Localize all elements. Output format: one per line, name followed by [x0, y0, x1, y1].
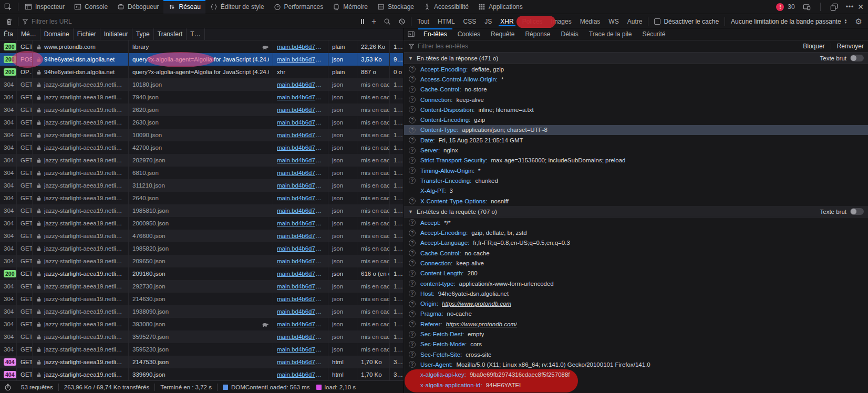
initiator-link[interactable]: main.bd4b6d75.j…: [277, 208, 324, 214]
header-help-icon[interactable]: ?: [409, 331, 416, 338]
initiator-link[interactable]: main.bd4b6d75.j…: [277, 182, 324, 189]
raw-toggle-switch[interactable]: [850, 55, 864, 61]
header-help-icon[interactable]: ?: [409, 96, 416, 103]
filter-pill[interactable]: XHR: [496, 16, 518, 27]
initiator-link[interactable]: main.bd4b6d75.j…: [277, 81, 324, 88]
details-tab[interactable]: Délais: [555, 28, 583, 40]
header-row[interactable]: ? Sec-Fetch-Site cross-site: [404, 349, 868, 359]
response-headers-section[interactable]: ▼ En-têtes de la réponse (471 o) Texte b…: [404, 53, 868, 64]
request-row[interactable]: 304 GET jazzy-starlight-aeea19.netli… 68…: [0, 167, 404, 179]
request-row[interactable]: 404 GET jazzy-starlight-aeea19.netli… 33…: [0, 368, 404, 380]
initiator-link[interactable]: main.bd4b6d75.j…: [277, 56, 324, 63]
pick-element-button[interactable]: [0, 0, 16, 14]
disable-cache-checkbox[interactable]: Désactiver le cache: [650, 18, 723, 25]
details-tab[interactable]: Requête: [485, 28, 520, 40]
details-tab[interactable]: En-têtes: [418, 28, 452, 40]
initiator-link[interactable]: main.bd4b6d75.j…: [277, 321, 324, 327]
header-row[interactable]: ? content-type application/x-www-form-ur…: [404, 278, 868, 288]
header-row[interactable]: ? Content-Disposition inline; filename=a…: [404, 105, 868, 115]
initiator-link[interactable]: main.bd4b6d75.j…: [277, 233, 324, 239]
header-row[interactable]: ? Access-Control-Allow-Origin *: [404, 74, 868, 84]
header-help-icon[interactable]: ?: [409, 137, 416, 143]
header-help-icon[interactable]: ?: [409, 240, 416, 246]
header-help-icon[interactable]: ?: [409, 127, 416, 133]
initiator-link[interactable]: main.bd4b6d75.j…: [277, 107, 324, 113]
initiator-link[interactable]: main.bd4b6d75.j…: [277, 283, 324, 289]
resend-button[interactable]: Renvoyer: [837, 43, 864, 50]
header-row[interactable]: ? Sec-Fetch-Dest empty: [404, 329, 868, 339]
initiator-link[interactable]: main.bd4b6d75.j…: [277, 346, 324, 353]
meatballs-menu-icon[interactable]: •••: [846, 4, 854, 10]
header-row[interactable]: ? Timing-Allow-Origin *: [404, 166, 868, 175]
request-row[interactable]: 304 GET jazzy-starlight-aeea19.netli… 20…: [0, 255, 404, 267]
toolbox-tab[interactable]: Mémoire: [328, 0, 373, 14]
initiator-link[interactable]: main.bd4b6d75.j…: [277, 119, 324, 126]
header-help-icon[interactable]: ?: [409, 198, 416, 204]
header-help-icon[interactable]: ?: [409, 290, 416, 297]
filter-pill[interactable]: Images: [546, 16, 575, 27]
request-row[interactable]: 304 GET jazzy-starlight-aeea19.netli… 19…: [0, 204, 404, 217]
initiator-link[interactable]: main.bd4b6d75.j…: [277, 296, 324, 302]
network-settings-gear-icon[interactable]: ⚙: [852, 17, 866, 25]
toolbox-tab[interactable]: Applications: [473, 0, 528, 14]
filter-pill[interactable]: HTML: [433, 16, 459, 27]
request-row[interactable]: 304 GET jazzy-starlight-aeea19.netli… 10…: [0, 78, 404, 91]
header-row[interactable]: ? Content-Length 280: [404, 268, 868, 278]
initiator-link[interactable]: main.bd4b6d75.j…: [277, 334, 324, 340]
header-row[interactable]: ? X-Content-Type-Options nosniff: [404, 196, 868, 206]
header-help-icon[interactable]: ?: [409, 260, 416, 266]
header-row[interactable]: ? Content-Type application/json; charset…: [404, 125, 868, 135]
request-row[interactable]: 304 GET jazzy-starlight-aeea19.netli… 39…: [0, 318, 404, 330]
toolbox-tab[interactable]: Inspecteur: [20, 0, 69, 14]
initiator-link[interactable]: main.bd4b6d75.j…: [277, 271, 324, 277]
initiator-link[interactable]: main.bd4b6d75.j…: [277, 195, 324, 201]
initiator-link[interactable]: main.bd4b6d75.j…: [277, 245, 324, 252]
header-row[interactable]: ? Strict-Transport-Security max-age=3153…: [404, 156, 868, 166]
toggle-details-pane-icon[interactable]: [404, 28, 418, 40]
header-row[interactable]: ? X-Alg-PT 3: [404, 186, 868, 196]
header-row[interactable]: ? Sec-Fetch-Mode cors: [404, 339, 868, 349]
header-help-icon[interactable]: ?: [409, 320, 416, 327]
request-row[interactable]: 304 GET jazzy-starlight-aeea19.netli… 35…: [0, 330, 404, 343]
request-row[interactable]: 304 GET jazzy-starlight-aeea19.netli… 42…: [0, 141, 404, 154]
header-row[interactable]: ? Pragma no-cache: [404, 309, 868, 319]
request-row[interactable]: 304 GET jazzy-starlight-aeea19.netli… 20…: [0, 154, 404, 167]
header-row[interactable]: ? Cache-Control no-cache: [404, 248, 868, 258]
header-row[interactable]: ? Accept-Encoding deflate, gzip: [404, 64, 868, 74]
initiator-link[interactable]: main.bd4b6d75.j…: [277, 170, 324, 176]
header-help-icon[interactable]: ?: [409, 230, 416, 236]
filter-pill[interactable]: Polices: [518, 16, 547, 27]
header-help-icon[interactable]: ?: [409, 301, 416, 307]
initiator-link[interactable]: main.bd4b6d75.j…: [277, 132, 324, 138]
request-row[interactable]: 200 OP… 94he6yatei-dsn.algolia.net query…: [0, 66, 404, 78]
header-help-icon[interactable]: ?: [409, 66, 416, 73]
separate-window-icon[interactable]: [826, 3, 842, 11]
toolbox-tab[interactable]: Accessibilité: [419, 0, 473, 14]
throttling-select[interactable]: Aucune limitation de la bande passante ▲…: [727, 18, 851, 25]
initiator-link[interactable]: main.bd4b6d75.j…: [277, 258, 324, 264]
header-help-icon[interactable]: ?: [409, 177, 416, 184]
toolbox-tab[interactable]: Réseau: [163, 0, 205, 14]
column-header[interactable]: Transfert: [154, 28, 187, 40]
block-button[interactable]: Bloquer: [803, 43, 824, 50]
details-tab[interactable]: Réponse: [520, 28, 555, 40]
toolbox-tab[interactable]: Éditeur de style: [205, 0, 269, 14]
header-row[interactable]: ? x-algolia-api-key 9ba0e69fb2974316cdae…: [404, 370, 868, 380]
domcontentloaded-time[interactable]: DOMContentLoaded: 563 ms: [218, 384, 315, 390]
header-help-icon[interactable]: ?: [409, 117, 416, 123]
request-row[interactable]: 304 GET jazzy-starlight-aeea19.netli… 47…: [0, 230, 404, 242]
header-row[interactable]: ? Cache-Control no-store: [404, 85, 868, 95]
reload-perf-icon[interactable]: [0, 384, 16, 391]
header-row[interactable]: ? Transfer-Encoding chunked: [404, 175, 868, 185]
column-header[interactable]: Éta: [0, 28, 17, 40]
toolbox-tab[interactable]: Performances: [269, 0, 328, 14]
header-row[interactable]: ? Content-Encoding gzip: [404, 115, 868, 125]
search-icon[interactable]: [380, 18, 395, 25]
initiator-link[interactable]: main.bd4b6d75.j…: [277, 157, 324, 163]
header-row[interactable]: ? User-Agent Mozilla/5.0 (X11; Linux x86…: [404, 359, 868, 369]
details-tab[interactable]: Cookies: [452, 28, 485, 40]
header-help-icon[interactable]: ?: [409, 86, 416, 93]
request-row[interactable]: 304 GET jazzy-starlight-aeea19.netli… 19…: [0, 242, 404, 255]
url-filter-input[interactable]: Filtrer les URL: [20, 18, 357, 25]
request-row[interactable]: 304 GET jazzy-starlight-aeea19.netli… 21…: [0, 293, 404, 305]
